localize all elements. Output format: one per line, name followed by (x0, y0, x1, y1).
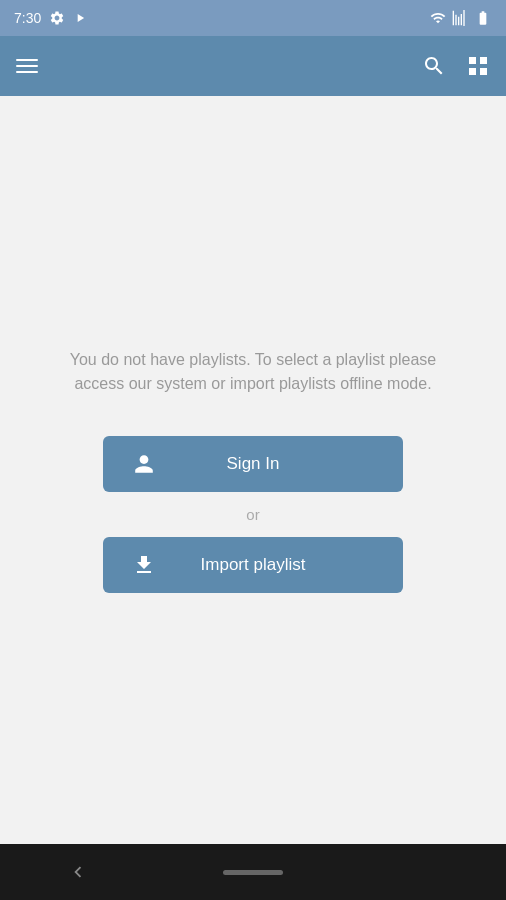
status-left: 7:30 (14, 10, 87, 26)
sign-in-label: Sign In (169, 454, 337, 474)
settings-icon (49, 10, 65, 26)
status-bar: 7:30 (0, 0, 506, 36)
menu-button[interactable] (16, 59, 38, 73)
back-icon (67, 861, 89, 883)
home-indicator[interactable] (223, 870, 283, 875)
wifi-icon (430, 10, 446, 26)
grid-icon (466, 54, 490, 78)
grid-button[interactable] (466, 54, 490, 78)
import-playlist-label: Import playlist (169, 555, 337, 575)
battery-icon (474, 10, 492, 26)
bottom-navigation-bar (0, 844, 506, 900)
search-button[interactable] (422, 54, 446, 78)
main-content: You do not have playlists. To select a p… (0, 96, 506, 844)
sign-in-button[interactable]: Sign In (103, 436, 403, 492)
buttons-container: Sign In or Import playlist (103, 436, 403, 593)
app-bar (0, 36, 506, 96)
app-bar-right (422, 54, 490, 78)
time-display: 7:30 (14, 10, 41, 26)
download-icon (119, 553, 169, 577)
or-separator: or (246, 492, 259, 537)
person-icon (119, 453, 169, 475)
play-icon (73, 11, 87, 25)
signal-icon (452, 10, 468, 26)
home-pill (223, 870, 283, 875)
status-right (430, 10, 492, 26)
spacer (417, 861, 439, 883)
app-bar-left (16, 59, 38, 73)
empty-message: You do not have playlists. To select a p… (63, 348, 443, 396)
import-playlist-button[interactable]: Import playlist (103, 537, 403, 593)
back-button[interactable] (67, 861, 89, 883)
search-icon (422, 54, 446, 78)
